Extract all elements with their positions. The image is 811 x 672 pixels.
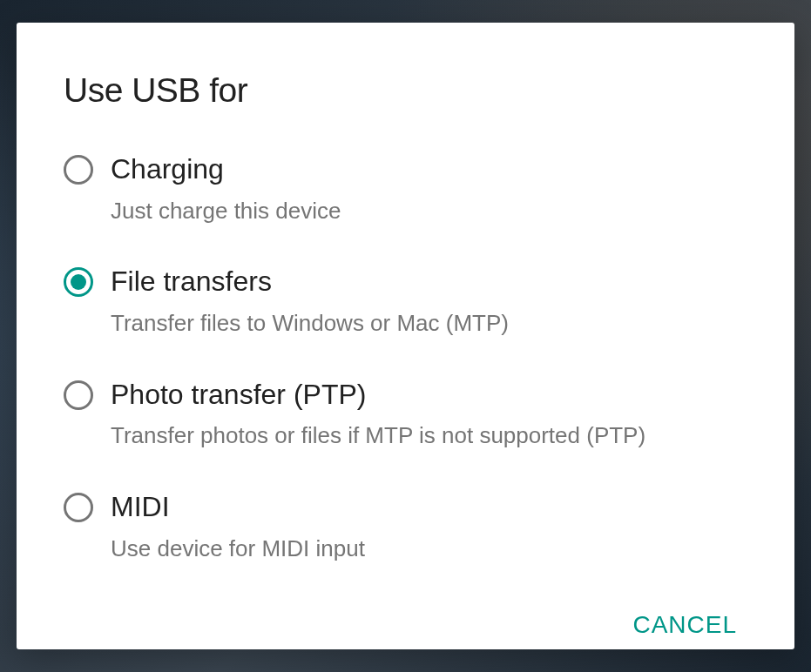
radio-icon	[64, 267, 93, 297]
option-label: MIDI	[111, 489, 365, 526]
option-text: MIDI Use device for MIDI input	[111, 489, 365, 563]
option-label: Charging	[111, 151, 341, 188]
radio-icon	[64, 155, 93, 185]
option-description: Just charge this device	[111, 197, 341, 226]
cancel-button[interactable]: CANCEL	[622, 604, 747, 646]
option-description: Transfer files to Windows or Mac (MTP)	[111, 309, 509, 339]
option-label: File transfers	[111, 264, 509, 300]
option-midi[interactable]: MIDI Use device for MIDI input	[64, 474, 747, 586]
option-photo-transfer[interactable]: Photo transfer (PTP) Transfer photos or …	[64, 361, 747, 474]
option-label: Photo transfer (PTP)	[111, 377, 645, 413]
option-text: File transfers Transfer files to Windows…	[111, 264, 509, 338]
option-file-transfers[interactable]: File transfers Transfer files to Windows…	[64, 248, 747, 360]
dialog-actions: CANCEL	[64, 604, 747, 646]
radio-icon	[64, 493, 93, 522]
option-text: Photo transfer (PTP) Transfer photos or …	[111, 377, 645, 451]
usb-dialog: Use USB for Charging Just charge this de…	[17, 23, 794, 649]
options-list: Charging Just charge this device File tr…	[64, 136, 747, 587]
dialog-title: Use USB for	[64, 71, 747, 110]
option-text: Charging Just charge this device	[111, 151, 341, 225]
radio-icon	[64, 380, 93, 410]
option-description: Use device for MIDI input	[111, 534, 365, 564]
option-description: Transfer photos or files if MTP is not s…	[111, 421, 645, 451]
option-charging[interactable]: Charging Just charge this device	[64, 136, 747, 248]
